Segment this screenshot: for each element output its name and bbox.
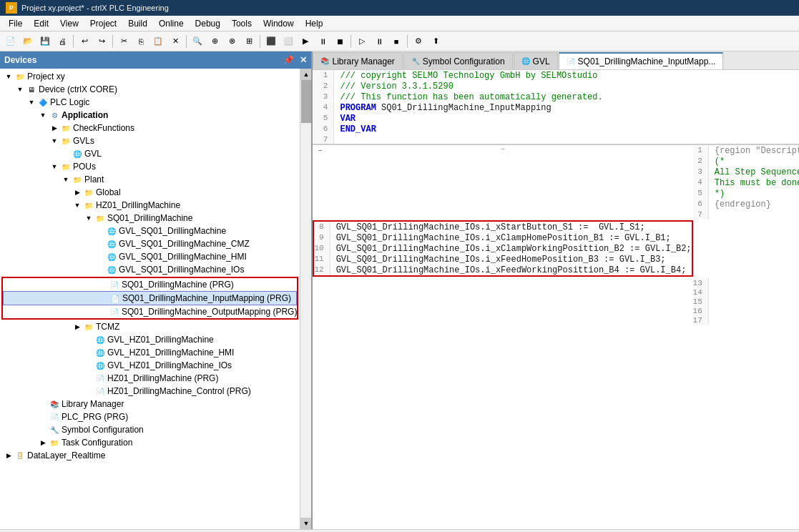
toggle-device[interactable]: ▼ bbox=[14, 84, 26, 95]
scroll-thumb[interactable] bbox=[301, 80, 311, 123]
new-btn[interactable]: 📄 bbox=[3, 34, 19, 49]
tree-item-sq01-folder[interactable]: ▼ 📁 SQ01_DrillingMachine bbox=[0, 212, 300, 225]
toggle-datalayer[interactable]: ▶ bbox=[3, 450, 14, 461]
close-icon[interactable]: ✕ bbox=[300, 55, 307, 65]
tree-item-gvl-sq01-cmz[interactable]: ▶ 🌐 GVL_SQ01_DrillingMachine_CMZ bbox=[0, 237, 300, 250]
file-icon-hz01-ctrl: 📄 bbox=[94, 385, 106, 397]
search2-btn[interactable]: ⊕ bbox=[207, 34, 222, 49]
tree-item-plant[interactable]: ▼ 📁 Plant bbox=[0, 173, 300, 186]
tree-item-checkfunctions[interactable]: ▶ 📁 CheckFunctions bbox=[0, 122, 300, 134]
pause-btn[interactable]: ⏸ bbox=[371, 34, 387, 49]
tree-item-device[interactable]: ▼ 🖥 Device (ctrlX CORE) bbox=[0, 83, 300, 96]
menu-item-edit[interactable]: Edit bbox=[28, 17, 54, 30]
toggle-task-config[interactable]: ▶ bbox=[37, 437, 49, 448]
redo-btn[interactable]: ↪ bbox=[94, 34, 109, 49]
tree-item-hz01-ctrl[interactable]: ▶ 📄 HZ01_DrillingMachine_Control (PRG) bbox=[0, 385, 300, 398]
tree-item-plc-prg[interactable]: ▶ 📄 PLC_PRG (PRG) bbox=[0, 410, 300, 423]
tab-gvl[interactable]: 🌐 GVL bbox=[514, 52, 558, 69]
tree-item-gvl-sq01-hmi[interactable]: ▶ 🌐 GVL_SQ01_DrillingMachine_HMI bbox=[0, 250, 300, 263]
search3-btn[interactable]: ⊗ bbox=[224, 34, 240, 49]
collapse-btn[interactable]: − bbox=[315, 146, 324, 156]
toggle-global[interactable]: ▶ bbox=[72, 187, 83, 198]
tree-scrollbar[interactable]: ▲ ▼ bbox=[300, 69, 311, 529]
bp2-btn[interactable]: ⬜ bbox=[280, 34, 296, 49]
scroll-up[interactable]: ▲ bbox=[300, 69, 312, 80]
toggle-checkfunctions[interactable]: ▶ bbox=[49, 122, 60, 134]
tree-item-sq01-prg[interactable]: ▶ 📄 SQ01_DrillingMachine (PRG) bbox=[3, 278, 297, 291]
menu-item-file[interactable]: File bbox=[3, 17, 28, 30]
tree-item-gvl-sq01[interactable]: ▶ 🌐 GVL_SQ01_DrillingMachine bbox=[0, 225, 300, 237]
tab-symbol-config[interactable]: 🔧 Symbol Configuration bbox=[403, 52, 513, 69]
pin-icon[interactable]: 📌 bbox=[283, 55, 294, 65]
bp4-btn[interactable]: ⏸ bbox=[315, 34, 330, 49]
build-btn[interactable]: ⚙ bbox=[411, 34, 426, 49]
label-sq01-prg: SQ01_DrillingMachine (PRG) bbox=[122, 280, 234, 290]
toggle-plc-logic[interactable]: ▼ bbox=[26, 97, 37, 108]
devices-panel: Devices 📌 ✕ ▼ 📁 Project xy ▼ bbox=[0, 51, 313, 529]
search-btn[interactable]: 🔍 bbox=[190, 34, 205, 49]
tab-library-manager[interactable]: 📚 Library Manager bbox=[313, 52, 402, 69]
tree-item-hz01-prg[interactable]: ▶ 📄 HZ01_DrillingMachine (PRG) bbox=[0, 372, 300, 385]
globe-icon-hz01-hmi: 🌐 bbox=[94, 347, 106, 358]
tree-item-gvl-hz01-ios[interactable]: ▶ 🌐 GVL_HZ01_DrillingMachine_IOs bbox=[0, 359, 300, 372]
tree-item-datalayer[interactable]: ▶ 🗄 DataLayer_Realtime bbox=[0, 449, 300, 462]
save-btn[interactable]: 💾 bbox=[37, 34, 53, 49]
tree-item-pous[interactable]: ▼ 📁 POUs bbox=[0, 160, 300, 173]
toggle-plant[interactable]: ▼ bbox=[60, 174, 72, 185]
tree-item-project-xy[interactable]: ▼ 📁 Project xy bbox=[0, 70, 300, 83]
menu-item-view[interactable]: View bbox=[54, 17, 84, 30]
tree-item-sq01-input[interactable]: ▶ 📄 SQ01_DrillingMachine_InputMapping (P… bbox=[3, 291, 297, 305]
toggle-tcmz[interactable]: ▶ bbox=[72, 321, 83, 332]
tree-item-library-manager[interactable]: ▶ 📚 Library Manager bbox=[0, 398, 300, 410]
menu-item-project[interactable]: Project bbox=[84, 17, 122, 30]
menu-item-build[interactable]: Build bbox=[122, 17, 153, 30]
run-btn[interactable]: ▷ bbox=[354, 34, 370, 49]
tab-sq01-input[interactable]: 📄 SQ01_DrillingMachine_InputMapp... bbox=[559, 52, 724, 69]
label-plant: Plant bbox=[84, 174, 104, 184]
menu-item-tools[interactable]: Tools bbox=[226, 17, 258, 30]
scroll-down[interactable]: ▼ bbox=[300, 518, 312, 529]
copy-btn[interactable]: ⎘ bbox=[133, 34, 149, 49]
tb4[interactable]: ⊞ bbox=[241, 34, 257, 49]
undo-btn[interactable]: ↩ bbox=[77, 34, 92, 49]
code-area[interactable]: 1 /// copyright SELMO Technology GmbH by… bbox=[313, 70, 799, 529]
menu-item-online[interactable]: Online bbox=[153, 17, 190, 30]
cut-btn[interactable]: ✂ bbox=[116, 34, 132, 49]
impl-line-8: 8 GVL_SQ01_DrillingMachine_IOs.i_xStartB… bbox=[314, 222, 691, 232]
toggle-hz01[interactable]: ▼ bbox=[72, 200, 83, 211]
toggle-project-xy[interactable]: ▼ bbox=[3, 71, 14, 82]
bp-btn[interactable]: ⬛ bbox=[263, 34, 279, 49]
tree-item-gvl-hz01[interactable]: ▶ 🌐 GVL_HZ01_DrillingMachine bbox=[0, 333, 300, 346]
tree-item-hz01[interactable]: ▼ 📁 HZ01_DrillingMachine bbox=[0, 199, 300, 212]
tree-item-gvl[interactable]: ▶ 🌐 GVL bbox=[0, 147, 300, 160]
tree-item-plc-logic[interactable]: ▼ 🔷 PLC Logic bbox=[0, 96, 300, 109]
toggle-sq01-folder[interactable]: ▼ bbox=[83, 212, 94, 224]
menu-item-debug[interactable]: Debug bbox=[190, 17, 226, 30]
label-gvl-hz01-ios: GVL_HZ01_DrillingMachine_IOs bbox=[107, 360, 232, 370]
file-icon-hz01-prg: 📄 bbox=[94, 373, 106, 384]
open-btn[interactable]: 📂 bbox=[20, 34, 36, 49]
tree-item-gvl-hz01-hmi[interactable]: ▶ 🌐 GVL_HZ01_DrillingMachine_HMI bbox=[0, 346, 300, 359]
tree-item-task-config[interactable]: ▶ 📁 Task Configuration bbox=[0, 436, 300, 449]
tree-item-application[interactable]: ▼ ⚙ Application bbox=[0, 109, 300, 122]
toggle-application[interactable]: ▼ bbox=[37, 109, 49, 121]
tree-item-gvl-sq01-ios[interactable]: ▶ 🌐 GVL_SQ01_DrillingMachine_IOs bbox=[0, 263, 300, 276]
bp5-btn[interactable]: ⏹ bbox=[332, 34, 348, 49]
file-icon-sq01-prg: 📄 bbox=[109, 279, 120, 290]
bp3-btn[interactable]: ▶ bbox=[298, 34, 313, 49]
print-btn[interactable]: 🖨 bbox=[54, 34, 70, 49]
tree-item-tcmz[interactable]: ▶ 📁 TCMZ bbox=[0, 320, 300, 333]
deploy-btn[interactable]: ⬆ bbox=[428, 34, 443, 49]
toggle-gvls[interactable]: ▼ bbox=[49, 135, 60, 147]
menu-item-help[interactable]: Help bbox=[300, 17, 329, 30]
delete-btn[interactable]: ✕ bbox=[167, 34, 183, 49]
menu-item-window[interactable]: Window bbox=[258, 17, 300, 30]
tree-item-symbol-config[interactable]: ▶ 🔧 Symbol Configuration bbox=[0, 423, 300, 436]
paste-btn[interactable]: 📋 bbox=[150, 34, 166, 49]
toggle-pous[interactable]: ▼ bbox=[49, 161, 60, 172]
tree-item-sq01-output[interactable]: ▶ 📄 SQ01_DrillingMachine_OutputMapping (… bbox=[3, 305, 297, 318]
tree-item-gvls[interactable]: ▼ 📁 GVLs bbox=[0, 134, 300, 147]
label-plc-prg: PLC_PRG (PRG) bbox=[62, 412, 128, 422]
tree-item-global[interactable]: ▶ 📁 Global bbox=[0, 186, 300, 199]
stop-btn[interactable]: ■ bbox=[388, 34, 404, 49]
